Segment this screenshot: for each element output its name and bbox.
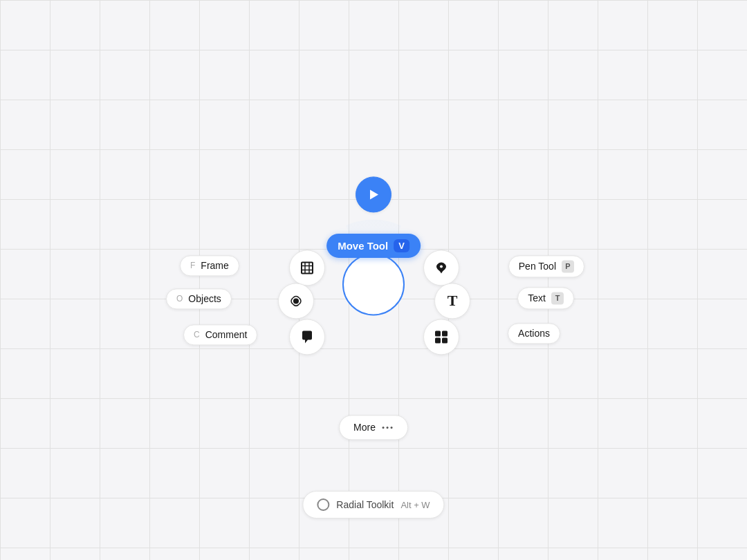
- text-label-text: Text: [528, 292, 546, 304]
- svg-marker-0: [370, 189, 378, 199]
- pen-label-text: Pen Tool: [519, 261, 556, 272]
- pen-tool-label[interactable]: Pen Tool P: [508, 255, 584, 277]
- ellipsis-icon: [381, 421, 394, 433]
- svg-point-13: [386, 427, 388, 429]
- radial-toolkit-icon: [317, 498, 329, 511]
- move-tool-label: Move Tool: [338, 240, 388, 252]
- text-tool-label[interactable]: Text T: [517, 287, 574, 309]
- frame-tool-label[interactable]: F Frame: [180, 255, 239, 276]
- more-button[interactable]: More: [339, 415, 408, 440]
- comment-tool-label[interactable]: C Comment: [183, 324, 257, 345]
- frame-label-text: Frame: [201, 260, 228, 271]
- objects-tool-label[interactable]: O Objects: [166, 288, 232, 309]
- actions-tool-label[interactable]: Actions: [508, 323, 560, 344]
- objects-label-text: Objects: [188, 293, 221, 304]
- svg-point-6: [293, 298, 299, 304]
- objects-shortcut-prefix: O: [176, 294, 183, 304]
- radial-menu: Move Tool V F Frame O Objects: [263, 174, 484, 395]
- svg-point-12: [382, 427, 384, 429]
- svg-point-14: [390, 427, 392, 429]
- comment-tool-button[interactable]: [289, 319, 325, 355]
- bottom-bar: Radial Toolkit Alt + W: [302, 491, 444, 519]
- svg-rect-10: [435, 337, 441, 343]
- svg-point-7: [440, 265, 443, 268]
- pen-tool-button[interactable]: [423, 250, 459, 286]
- frame-shortcut-prefix: F: [190, 261, 195, 270]
- bottom-bar-shortcut: Alt + W: [400, 500, 430, 510]
- svg-rect-1: [302, 262, 313, 273]
- objects-tool-button[interactable]: [278, 283, 314, 319]
- text-shortcut-key: T: [551, 292, 564, 304]
- text-icon: T: [448, 292, 458, 310]
- svg-rect-11: [442, 337, 448, 343]
- actions-label-text: Actions: [518, 328, 550, 339]
- move-tool-button[interactable]: [356, 176, 391, 212]
- actions-tool-button[interactable]: [423, 319, 459, 355]
- more-label: More: [353, 422, 376, 433]
- center-circle: [342, 253, 405, 315]
- comment-shortcut-prefix: C: [194, 330, 200, 339]
- comment-label-text: Comment: [205, 329, 248, 340]
- frame-tool-button[interactable]: [289, 250, 325, 286]
- pen-shortcut-key: P: [562, 260, 574, 272]
- move-tool-tooltip: Move Tool V: [326, 234, 421, 258]
- svg-rect-9: [442, 330, 448, 336]
- svg-rect-8: [435, 330, 441, 336]
- text-tool-button[interactable]: T: [434, 283, 470, 319]
- move-tool-key: V: [394, 239, 409, 252]
- bottom-bar-title: Radial Toolkit: [336, 499, 394, 510]
